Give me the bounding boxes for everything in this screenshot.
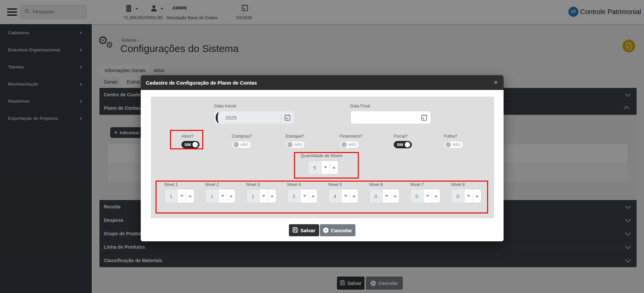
calendar-icon[interactable] [421,114,427,123]
toggle-state-label: NÃO [453,143,462,147]
level-stepper: 0 [410,189,440,203]
toggle-label: Financeiro? [340,134,362,139]
stepper-decrement-button[interactable] [341,189,350,203]
toggle-switch[interactable]: NÃO [340,141,359,148]
close-icon[interactable]: × [494,79,498,86]
stepper-increment-button[interactable] [391,189,399,203]
stepper-decrement-button[interactable] [259,189,268,203]
modal-save-button[interactable]: Salvar [289,224,319,236]
toggle-switch[interactable]: SIM [181,141,200,148]
level-label: Nível 5 [328,182,358,187]
caret-up-icon [270,195,274,197]
stepper-value[interactable]: 0 [411,189,423,203]
toggle-group: Estoque? NÃO [286,134,305,148]
level-stepper: 2 [287,189,317,203]
toggle-knob [405,142,410,147]
toggle-switch[interactable]: SIM [394,141,412,148]
caret-down-icon [467,195,470,197]
stepper-value[interactable]: 1 [247,189,259,203]
levels-count-label: Quantidade de Níveis [301,153,343,158]
stepper-increment-button[interactable] [186,189,194,203]
input-divider [281,113,281,122]
caret-up-icon [188,195,192,197]
stepper-decrement-button[interactable] [177,189,186,203]
toggle-group: Fiscal? SIM [394,134,412,148]
level-stepper-group: Nível 1 1 [164,182,195,203]
level-label: Nível 8 [451,182,481,187]
date-end-input[interactable] [351,114,410,121]
toggle-state-label: SIM [395,143,403,147]
stepper-increment-button[interactable] [309,189,317,203]
caret-up-icon [311,195,315,197]
toggle-group: Financeiro? NÃO [340,134,362,148]
stepper-increment-button[interactable] [350,189,358,203]
toggle-group: Compras? NÃO [232,134,252,148]
toggle-knob [341,142,347,147]
level-label: Nível 4 [287,182,317,187]
level-stepper-group: Nível 4 2 [287,182,317,203]
stepper-value[interactable]: 1 [165,189,177,203]
toggle-state-label: NÃO [348,143,357,147]
cancel-circle-x-icon: × [323,228,329,233]
stepper-increment-button[interactable] [473,189,481,203]
stepper-increment-button[interactable] [432,189,440,203]
toggle-switch[interactable]: NÃO [444,141,463,148]
toggle-switch[interactable]: NÃO [286,141,305,148]
toggle-label: Compras? [232,134,252,139]
stepper-value[interactable]: 2 [288,189,300,203]
levels-count-stepper: 5 [308,160,338,175]
caret-down-icon [344,195,347,197]
level-stepper: 0 [451,189,481,203]
stepper-value[interactable]: 5 [308,161,321,174]
stepper-decrement-button[interactable] [218,189,227,203]
level-label: Nível 1 [164,182,195,187]
level-stepper-group: Nível 7 0 [410,182,440,203]
level-label: Nível 2 [205,182,235,187]
stepper-decrement-button[interactable] [382,189,391,203]
modal-form-panel: Data Inicial Data Final Ativo? SIM [151,97,494,218]
date-start-input[interactable] [214,114,280,121]
level-stepper: 1 [205,189,235,203]
stepper-value[interactable]: 0 [452,189,464,203]
level-stepper: 0 [369,189,399,203]
stepper-decrement-button[interactable] [321,161,330,174]
stepper-increment-button[interactable] [330,161,338,174]
app-root: ADMIN 71.294.002/0001-89 - Simulação Bas… [0,0,644,293]
caret-down-icon [180,195,183,197]
calendar-icon[interactable] [284,114,291,123]
level-stepper: 1 [246,189,276,203]
stepper-value[interactable]: 0 [370,189,382,203]
stepper-value[interactable]: 4 [329,189,341,203]
caret-down-icon [324,166,327,168]
stepper-decrement-button[interactable] [423,189,432,203]
toggle-knob [445,142,451,147]
caret-down-icon [426,195,429,197]
level-stepper: 4 [328,189,358,203]
level-label: Nível 6 [369,182,399,187]
caret-down-icon [385,195,388,197]
date-start-field [214,111,294,124]
level-stepper-group: Nível 6 0 [369,182,399,203]
stepper-value[interactable]: 1 [206,189,218,203]
modal-cancel-button[interactable]: × Cancelar [320,224,355,236]
stepper-increment-button[interactable] [227,189,235,203]
stepper-decrement-button[interactable] [464,189,473,203]
date-start-label: Data Inicial [214,103,236,108]
caret-down-icon [262,195,265,197]
stepper-increment-button[interactable] [268,189,276,203]
date-end-field [350,111,431,124]
modal-header: Cadastro de Configuração de Plano de Con… [141,75,504,90]
caret-up-icon [332,166,336,168]
toggle-label: Estoque? [286,134,305,139]
toggle-knob [233,142,239,147]
modal-title: Cadastro de Configuração de Plano de Con… [146,80,257,86]
stepper-decrement-button[interactable] [300,189,309,203]
level-stepper-group: Nível 2 1 [205,182,235,203]
modal-plano-contas-config: Cadastro de Configuração de Plano de Con… [141,75,504,241]
modal-action-bar: Salvar × Cancelar [141,224,504,236]
caret-up-icon [393,195,397,197]
toggle-switch[interactable]: NÃO [232,141,251,148]
level-stepper-group: Nível 5 4 [328,182,358,203]
toggle-knob [192,142,198,147]
caret-up-icon [475,195,479,197]
